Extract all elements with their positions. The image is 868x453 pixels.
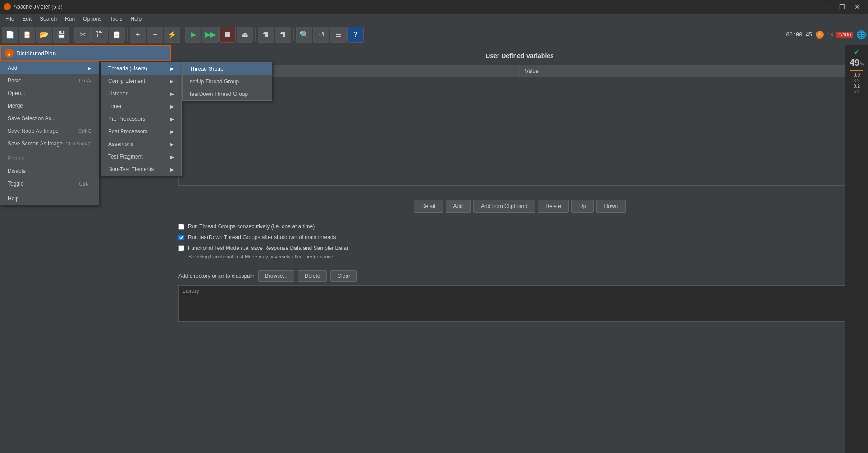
test-fragment-label: Test Fragment (108, 154, 143, 160)
menu-search[interactable]: Search (36, 14, 60, 24)
stat-pct-label: % (860, 62, 864, 67)
collapse-icon: − (153, 31, 157, 39)
add-button[interactable]: Add (446, 200, 471, 213)
tree-item-distributed-plan[interactable]: 🔥 DistributedPlan (0, 45, 171, 61)
clear-classpath-button[interactable]: Clear (330, 270, 357, 282)
stop-icon: ⏹ (224, 31, 231, 39)
close-button[interactable]: ✕ (850, 2, 864, 11)
context-menu: Add ▶ Paste Ctrl-V Open... Merge Save Se… (0, 61, 99, 205)
submenu-threads-panel: Thread Group setUp Thread Group tearDown… (182, 62, 272, 101)
toggle-button[interactable]: ⚡ (164, 27, 180, 43)
list-icon: ☰ (335, 30, 342, 39)
pre-arrow-icon: ▶ (170, 117, 174, 122)
menu-tools[interactable]: Tools (106, 14, 126, 24)
title-bar: Apache JMeter (5.3) ─ ❐ ✕ (0, 0, 868, 14)
paste-shortcut: Ctrl-V (79, 78, 91, 83)
functional-test-mode-checkbox[interactable] (178, 245, 184, 251)
paste-button[interactable]: 📋 (109, 27, 125, 43)
start-button[interactable]: ▶ (185, 27, 201, 43)
open-button[interactable]: 📂 (36, 27, 52, 43)
minimize-button[interactable]: ─ (819, 2, 834, 11)
shutdown-icon: ⏏ (242, 30, 248, 39)
new-button[interactable]: 📄 (2, 27, 18, 43)
browse-button[interactable]: Browse... (258, 270, 294, 282)
ctx-save-screen-image[interactable]: Save Screen As Image Ctrl+Shift-G (0, 137, 99, 150)
ctx-help[interactable]: Help (0, 192, 99, 205)
submenu-timer[interactable]: Timer ▶ (101, 100, 181, 113)
functional-note: Selecting Functional Test Mode may adver… (178, 254, 861, 259)
listener-label: Listener (108, 91, 128, 97)
checkbox-row-2: Run tearDown Thread Groups after shutdow… (178, 234, 861, 240)
timer-arrow-icon: ▶ (170, 104, 174, 109)
menu-edit[interactable]: Edit (18, 14, 35, 24)
action-buttons: Detail Add Add from Clipboard Delete Up … (171, 200, 868, 213)
copy-icon: ⿻ (96, 31, 103, 39)
expand-button[interactable]: + (130, 27, 146, 43)
toolbar-sep-2 (127, 28, 128, 41)
up-button[interactable]: Up (571, 200, 594, 213)
open-template-button[interactable]: 📋 (19, 27, 35, 43)
timer-label: Timer (108, 103, 122, 109)
toolbar-help-button[interactable]: ? (347, 27, 364, 43)
add-from-clipboard-button[interactable]: Add from Clipboard (473, 200, 535, 213)
menu-options[interactable]: Options (79, 14, 105, 24)
save-node-shortcut: Ctrl-G (78, 128, 91, 134)
run-consecutive-checkbox[interactable] (178, 224, 184, 230)
ctx-paste[interactable]: Paste Ctrl-V (0, 74, 99, 87)
upload-val: 0.0 (854, 72, 860, 77)
ctx-toggle[interactable]: Toggle Ctrl-T (0, 177, 99, 190)
stop-button[interactable]: ⏹ (219, 27, 236, 43)
list-button[interactable]: ☰ (330, 27, 347, 43)
submenu-config-element[interactable]: Config Element ▶ (101, 75, 181, 87)
submenu-non-test-elements[interactable]: Non-Test Elements ▶ (101, 163, 181, 176)
cut-button[interactable]: ✂ (74, 27, 91, 43)
ctx-toggle-label: Toggle (8, 181, 23, 187)
menu-file[interactable]: File (2, 14, 18, 24)
upload-unit: K/s (854, 78, 859, 83)
submenu-teardown-thread-group[interactable]: tearDown Thread Group (183, 88, 272, 100)
right-panel: User Defined Variables Name: Value Detai… (171, 45, 868, 453)
submenu-assertions[interactable]: Assertions ▶ (101, 138, 181, 150)
restore-button[interactable]: ❐ (835, 2, 849, 11)
ctx-open[interactable]: Open... (0, 87, 99, 100)
submenu-setup-thread-group[interactable]: setUp Thread Group (183, 75, 272, 88)
library-label: Library (183, 288, 199, 294)
down-button[interactable]: Down (596, 200, 626, 213)
delete-button[interactable]: Delete (538, 200, 569, 213)
clear-button[interactable]: 🗑 (275, 27, 291, 43)
reset-button[interactable]: ↺ (313, 27, 329, 43)
save-button[interactable]: 💾 (53, 27, 69, 43)
pre-processors-label: Pre Processors (108, 116, 145, 122)
classpath-delete-button[interactable]: Delete (298, 270, 327, 282)
clear-icon: 🗑 (279, 31, 287, 39)
start-no-pause-button[interactable]: ▶▶ (202, 27, 219, 43)
collapse-button[interactable]: − (147, 27, 163, 43)
ctx-save-selection[interactable]: Save Selection As... (0, 112, 99, 125)
stat-divider (850, 70, 863, 71)
shutdown-button[interactable]: ⏏ (237, 27, 253, 43)
ctx-save-node-image[interactable]: Save Node As Image Ctrl-G (0, 125, 99, 137)
threads-users-label: Threads (Users) (108, 65, 147, 72)
search-toolbar-button[interactable]: 🔍 (296, 27, 312, 43)
detail-button[interactable]: Detail (414, 200, 443, 213)
ctx-disable-label: Disable (8, 168, 26, 174)
ctx-merge[interactable]: Merge (0, 100, 99, 112)
functional-test-mode-label: Functional Test Mode (i.e. save Response… (188, 245, 348, 251)
submenu-test-fragment[interactable]: Test Fragment ▶ (101, 150, 181, 163)
window-controls: ─ ❐ ✕ (819, 2, 864, 11)
menu-help[interactable]: Help (127, 14, 145, 24)
submenu-post-processors[interactable]: Post Processors ▶ (101, 125, 181, 138)
ctx-disable[interactable]: Disable (0, 165, 99, 177)
submenu-pre-processors[interactable]: Pre Processors ▶ (101, 113, 181, 125)
plan-icon: 🔥 (5, 49, 14, 58)
run-teardown-checkbox[interactable] (178, 235, 184, 240)
clear-all-button[interactable]: 🗑 (258, 27, 274, 43)
copy-button[interactable]: ⿻ (91, 27, 108, 43)
config-element-label: Config Element (108, 78, 145, 84)
menu-run[interactable]: Run (61, 14, 78, 24)
submenu-threads-users[interactable]: Threads (Users) ▶ (101, 62, 181, 75)
submenu-thread-group[interactable]: Thread Group (183, 63, 272, 75)
ctx-add[interactable]: Add ▶ (0, 62, 99, 74)
variables-panel: User Defined Variables Name: Value (171, 45, 868, 193)
submenu-listener[interactable]: Listener ▶ (101, 87, 181, 100)
